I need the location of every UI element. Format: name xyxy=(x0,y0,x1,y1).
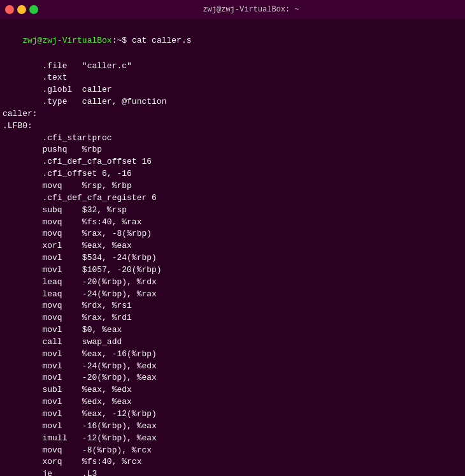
window-controls[interactable] xyxy=(5,5,38,14)
prompt-user: zwj@zwj-VirtualBox xyxy=(22,36,111,45)
code-line: subq $32, %rsp xyxy=(3,205,462,217)
window-title: zwj@zwj-VirtualBox: ~ xyxy=(42,5,460,14)
code-line: movl -24(%rbp), %edx xyxy=(3,361,462,373)
prompt-command: cat caller.s xyxy=(132,36,192,45)
code-line: imull -12(%rbp), %eax xyxy=(3,433,462,445)
code-line: call swap_add xyxy=(3,336,462,349)
code-line: .cfi_def_cfa_register 6 xyxy=(3,192,462,205)
code-line: movl %edx, %eax xyxy=(3,396,462,408)
code-line: .cfi_startproc xyxy=(3,133,462,145)
code-line: xorl %eax, %eax xyxy=(3,240,462,252)
code-line: leaq -24(%rbp), %rax xyxy=(3,289,462,301)
terminal-body: zwj@zwj-VirtualBox:~$ cat caller.s .file… xyxy=(0,19,465,476)
prompt-separator: :~$ xyxy=(112,36,132,45)
code-line: movq -8(%rbp), %rcx xyxy=(3,445,462,457)
code-line: movl %eax, -16(%rbp) xyxy=(3,349,462,361)
code-output: .file "caller.c" .text .globl caller .ty… xyxy=(0,61,465,476)
code-line: .file "caller.c" xyxy=(3,61,462,73)
code-line: caller: xyxy=(3,108,462,120)
code-line: xorq %fs:40, %rcx xyxy=(3,456,462,468)
code-line: movq %fs:40, %rax xyxy=(3,217,462,229)
code-line: movl $1057, -20(%rbp) xyxy=(3,264,462,277)
code-line: .cfi_def_cfa_offset 16 xyxy=(3,156,462,168)
close-button[interactable] xyxy=(5,5,14,14)
code-line: movl -16(%rbp), %eax xyxy=(3,421,462,433)
code-line: movl -20(%rbp), %eax xyxy=(3,372,462,384)
code-line: .globl caller xyxy=(3,84,462,96)
code-line: .cfi_offset 6, -16 xyxy=(3,168,462,180)
code-line: .LFB0: xyxy=(3,120,462,133)
code-line: movq %rax, -8(%rbp) xyxy=(3,228,462,240)
code-line: movl $0, %eax xyxy=(3,324,462,336)
code-line: .type caller, @function xyxy=(3,96,462,108)
code-line: subl %eax, %edx xyxy=(3,384,462,396)
maximize-button[interactable] xyxy=(29,5,38,14)
code-line: je .L3 xyxy=(3,468,462,476)
code-line: movq %rdx, %rsi xyxy=(3,300,462,312)
title-bar: zwj@zwj-VirtualBox: ~ xyxy=(0,0,465,19)
code-line: .text xyxy=(3,72,462,84)
code-line: movl $534, -24(%rbp) xyxy=(3,252,462,264)
code-line: leaq -20(%rbp), %rdx xyxy=(3,277,462,289)
code-line: movq %rsp, %rbp xyxy=(3,180,462,192)
code-line: movq %rax, %rdi xyxy=(3,312,462,324)
code-line: pushq %rbp xyxy=(3,144,462,156)
minimize-button[interactable] xyxy=(17,5,26,14)
prompt-line: zwj@zwj-VirtualBox:~$ cat caller.s xyxy=(0,22,465,61)
code-line: movl %eax, -12(%rbp) xyxy=(3,408,462,421)
